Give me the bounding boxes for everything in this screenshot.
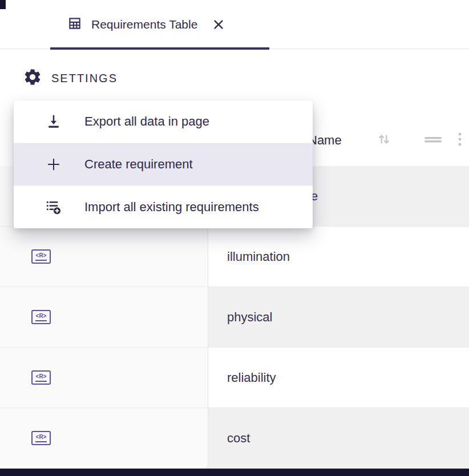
menu-item-create-requirement[interactable]: Create requirement <box>14 143 313 186</box>
type-cell: <R> <box>0 348 208 408</box>
menu-item-label: Export all data in page <box>84 114 209 129</box>
settings-dropdown-menu: Export all data in page Create requireme… <box>14 100 313 228</box>
type-cell: <R> <box>0 408 208 468</box>
requirement-badge-icon: <R> <box>31 249 51 264</box>
tab-requirements-table[interactable]: Requirements Table <box>50 0 269 49</box>
table-row[interactable]: <R> reliability <box>0 348 469 408</box>
settings-button[interactable]: SETTINGS <box>23 67 118 89</box>
name-cell[interactable]: physical <box>208 287 469 347</box>
gear-icon <box>23 67 42 89</box>
menu-item-export-all-data[interactable]: Export all data in page <box>14 100 313 143</box>
table-row[interactable]: <R> cost <box>0 408 469 469</box>
tab-label: Requirements Table <box>91 18 197 31</box>
window-frame-bottom <box>0 469 469 476</box>
plus-icon <box>45 157 63 172</box>
table-row[interactable]: <R> illumination <box>0 227 469 287</box>
close-icon[interactable] <box>212 18 225 31</box>
type-cell: <R> <box>0 227 208 287</box>
menu-item-label: Import all existing requirements <box>84 200 259 215</box>
settings-label: SETTINGS <box>51 72 118 85</box>
name-cell[interactable]: cost <box>208 408 469 468</box>
requirement-badge-icon: <R> <box>31 431 51 445</box>
column-header-name[interactable]: Name <box>308 114 342 166</box>
menu-item-import-requirements[interactable]: Import all existing requirements <box>14 185 313 228</box>
download-icon <box>45 113 63 130</box>
type-cell: <R> <box>0 287 208 347</box>
menu-item-label: Create requirement <box>84 157 193 172</box>
name-cell[interactable]: reliability <box>208 348 469 408</box>
table-row[interactable]: <R> physical <box>0 287 469 348</box>
window-frame-corner <box>0 0 6 9</box>
sort-icon[interactable] <box>377 132 391 149</box>
drag-handle-icon[interactable] <box>423 132 443 148</box>
requirement-badge-icon: <R> <box>31 370 51 385</box>
tab-bar: Requirements Table <box>0 0 469 49</box>
kebab-menu-icon[interactable] <box>458 132 462 149</box>
name-cell[interactable]: illumination <box>208 227 469 287</box>
requirement-badge-icon: <R> <box>31 310 51 324</box>
table-icon <box>67 16 82 33</box>
import-list-icon <box>45 199 63 216</box>
